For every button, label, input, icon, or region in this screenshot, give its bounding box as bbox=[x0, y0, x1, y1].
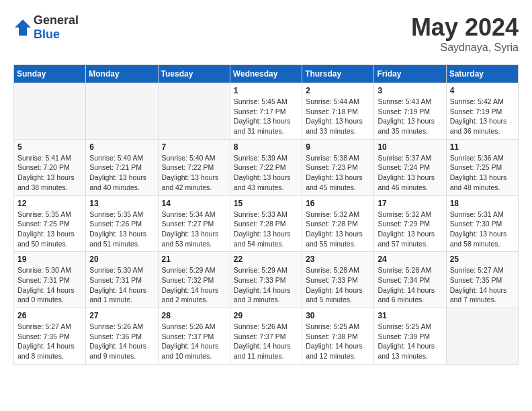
day-info: Sunrise: 5:27 AMSunset: 7:35 PMDaylight:… bbox=[17, 322, 82, 361]
calendar-day-cell: 30Sunrise: 5:25 AMSunset: 7:38 PMDayligh… bbox=[302, 308, 374, 365]
calendar-day-header: Monday bbox=[86, 65, 158, 83]
day-info: Sunrise: 5:31 AMSunset: 7:30 PMDaylight:… bbox=[450, 210, 515, 249]
calendar-week-row: 12Sunrise: 5:35 AMSunset: 7:25 PMDayligh… bbox=[14, 195, 519, 252]
day-info: Sunrise: 5:42 AMSunset: 7:19 PMDaylight:… bbox=[450, 97, 515, 136]
calendar-day-cell: 25Sunrise: 5:27 AMSunset: 7:35 PMDayligh… bbox=[446, 252, 518, 308]
calendar-day-cell: 5Sunrise: 5:41 AMSunset: 7:20 PMDaylight… bbox=[14, 139, 86, 195]
calendar-day-header: Thursday bbox=[302, 65, 374, 83]
day-number: 30 bbox=[306, 311, 370, 320]
day-number: 27 bbox=[89, 311, 154, 320]
calendar-day-cell bbox=[86, 83, 158, 140]
day-number: 12 bbox=[17, 199, 82, 208]
day-number: 23 bbox=[306, 255, 370, 264]
logo-general: General bbox=[34, 13, 79, 27]
day-info: Sunrise: 5:25 AMSunset: 7:39 PMDaylight:… bbox=[378, 322, 442, 361]
day-number: 10 bbox=[378, 142, 442, 152]
day-info: Sunrise: 5:32 AMSunset: 7:28 PMDaylight:… bbox=[306, 210, 370, 249]
day-info: Sunrise: 5:35 AMSunset: 7:26 PMDaylight:… bbox=[89, 210, 154, 249]
day-number: 7 bbox=[162, 142, 226, 152]
day-number: 19 bbox=[17, 255, 82, 264]
day-number: 25 bbox=[450, 255, 515, 264]
calendar-week-row: 26Sunrise: 5:27 AMSunset: 7:35 PMDayligh… bbox=[14, 308, 519, 365]
day-info: Sunrise: 5:40 AMSunset: 7:21 PMDaylight:… bbox=[89, 153, 154, 193]
day-info: Sunrise: 5:30 AMSunset: 7:31 PMDaylight:… bbox=[17, 265, 82, 305]
day-info: Sunrise: 5:28 AMSunset: 7:33 PMDaylight:… bbox=[306, 265, 370, 305]
day-number: 2 bbox=[306, 86, 370, 95]
calendar-day-header: Friday bbox=[374, 65, 446, 83]
calendar-day-cell: 20Sunrise: 5:30 AMSunset: 7:31 PMDayligh… bbox=[86, 252, 158, 308]
calendar-day-cell: 10Sunrise: 5:37 AMSunset: 7:24 PMDayligh… bbox=[374, 139, 446, 195]
day-info: Sunrise: 5:33 AMSunset: 7:28 PMDaylight:… bbox=[234, 210, 298, 249]
calendar-day-cell: 22Sunrise: 5:29 AMSunset: 7:33 PMDayligh… bbox=[230, 252, 302, 308]
day-info: Sunrise: 5:32 AMSunset: 7:29 PMDaylight:… bbox=[378, 210, 442, 249]
calendar-day-header: Tuesday bbox=[158, 65, 230, 83]
day-info: Sunrise: 5:38 AMSunset: 7:23 PMDaylight:… bbox=[306, 153, 370, 193]
day-info: Sunrise: 5:26 AMSunset: 7:36 PMDaylight:… bbox=[89, 322, 154, 361]
calendar-table: SundayMondayTuesdayWednesdayThursdayFrid… bbox=[13, 64, 519, 365]
calendar-day-cell: 16Sunrise: 5:32 AMSunset: 7:28 PMDayligh… bbox=[302, 195, 374, 252]
day-number: 20 bbox=[89, 255, 154, 264]
calendar-day-cell: 7Sunrise: 5:40 AMSunset: 7:22 PMDaylight… bbox=[158, 139, 230, 195]
calendar-day-cell bbox=[446, 308, 518, 365]
day-info: Sunrise: 5:44 AMSunset: 7:18 PMDaylight:… bbox=[306, 97, 370, 136]
calendar-day-cell: 31Sunrise: 5:25 AMSunset: 7:39 PMDayligh… bbox=[374, 308, 446, 365]
day-number: 22 bbox=[234, 255, 298, 264]
calendar-day-cell: 11Sunrise: 5:36 AMSunset: 7:25 PMDayligh… bbox=[446, 139, 518, 195]
calendar-day-cell: 9Sunrise: 5:38 AMSunset: 7:23 PMDaylight… bbox=[302, 139, 374, 195]
calendar-week-row: 19Sunrise: 5:30 AMSunset: 7:31 PMDayligh… bbox=[14, 252, 519, 308]
title-block: May 2024 Saydnaya, Syria bbox=[411, 13, 519, 54]
day-info: Sunrise: 5:43 AMSunset: 7:19 PMDaylight:… bbox=[378, 97, 442, 136]
day-info: Sunrise: 5:36 AMSunset: 7:25 PMDaylight:… bbox=[450, 153, 515, 193]
calendar-day-cell: 14Sunrise: 5:34 AMSunset: 7:27 PMDayligh… bbox=[158, 195, 230, 252]
day-number: 16 bbox=[306, 199, 370, 208]
day-info: Sunrise: 5:29 AMSunset: 7:33 PMDaylight:… bbox=[234, 265, 298, 305]
calendar-day-cell: 6Sunrise: 5:40 AMSunset: 7:21 PMDaylight… bbox=[86, 139, 158, 195]
day-number: 9 bbox=[306, 142, 370, 152]
day-number: 4 bbox=[450, 86, 515, 95]
day-info: Sunrise: 5:27 AMSunset: 7:35 PMDaylight:… bbox=[450, 265, 515, 305]
day-number: 6 bbox=[89, 142, 154, 152]
calendar-day-cell: 12Sunrise: 5:35 AMSunset: 7:25 PMDayligh… bbox=[14, 195, 86, 252]
day-number: 14 bbox=[162, 199, 226, 208]
day-number: 1 bbox=[234, 86, 298, 95]
calendar-week-row: 1Sunrise: 5:45 AMSunset: 7:17 PMDaylight… bbox=[14, 83, 519, 140]
day-number: 5 bbox=[17, 142, 82, 152]
day-info: Sunrise: 5:45 AMSunset: 7:17 PMDaylight:… bbox=[234, 97, 298, 136]
calendar-day-cell: 4Sunrise: 5:42 AMSunset: 7:19 PMDaylight… bbox=[446, 83, 518, 140]
calendar-day-cell: 8Sunrise: 5:39 AMSunset: 7:22 PMDaylight… bbox=[230, 139, 302, 195]
logo-blue: Blue bbox=[34, 28, 60, 41]
day-number: 17 bbox=[378, 199, 442, 208]
day-info: Sunrise: 5:30 AMSunset: 7:31 PMDaylight:… bbox=[89, 265, 154, 305]
day-number: 15 bbox=[234, 199, 298, 208]
calendar-day-cell: 23Sunrise: 5:28 AMSunset: 7:33 PMDayligh… bbox=[302, 252, 374, 308]
calendar-day-cell: 13Sunrise: 5:35 AMSunset: 7:26 PMDayligh… bbox=[86, 195, 158, 252]
calendar-day-cell: 18Sunrise: 5:31 AMSunset: 7:30 PMDayligh… bbox=[446, 195, 518, 252]
calendar-header-row: SundayMondayTuesdayWednesdayThursdayFrid… bbox=[14, 65, 519, 83]
day-info: Sunrise: 5:39 AMSunset: 7:22 PMDaylight:… bbox=[234, 153, 298, 193]
calendar-day-cell: 26Sunrise: 5:27 AMSunset: 7:35 PMDayligh… bbox=[14, 308, 86, 365]
logo-icon bbox=[13, 18, 32, 37]
calendar-day-cell bbox=[14, 83, 86, 140]
day-number: 3 bbox=[378, 86, 442, 95]
day-info: Sunrise: 5:35 AMSunset: 7:25 PMDaylight:… bbox=[17, 210, 82, 249]
day-number: 31 bbox=[378, 311, 442, 320]
day-number: 13 bbox=[89, 199, 154, 208]
day-info: Sunrise: 5:37 AMSunset: 7:24 PMDaylight:… bbox=[378, 153, 442, 193]
calendar-day-header: Saturday bbox=[446, 65, 518, 83]
calendar-day-cell: 21Sunrise: 5:29 AMSunset: 7:32 PMDayligh… bbox=[158, 252, 230, 308]
day-info: Sunrise: 5:41 AMSunset: 7:20 PMDaylight:… bbox=[17, 153, 82, 193]
day-number: 11 bbox=[450, 142, 515, 152]
calendar-day-cell: 19Sunrise: 5:30 AMSunset: 7:31 PMDayligh… bbox=[14, 252, 86, 308]
calendar-title: May 2024 bbox=[411, 13, 519, 42]
calendar-week-row: 5Sunrise: 5:41 AMSunset: 7:20 PMDaylight… bbox=[14, 139, 519, 195]
calendar-day-cell: 28Sunrise: 5:26 AMSunset: 7:37 PMDayligh… bbox=[158, 308, 230, 365]
day-info: Sunrise: 5:29 AMSunset: 7:32 PMDaylight:… bbox=[162, 265, 226, 305]
day-info: Sunrise: 5:25 AMSunset: 7:38 PMDaylight:… bbox=[306, 322, 370, 361]
calendar-day-cell: 17Sunrise: 5:32 AMSunset: 7:29 PMDayligh… bbox=[374, 195, 446, 252]
day-number: 8 bbox=[234, 142, 298, 152]
day-number: 28 bbox=[162, 311, 226, 320]
calendar-day-cell: 29Sunrise: 5:26 AMSunset: 7:37 PMDayligh… bbox=[230, 308, 302, 365]
calendar-day-cell: 27Sunrise: 5:26 AMSunset: 7:36 PMDayligh… bbox=[86, 308, 158, 365]
day-number: 26 bbox=[17, 311, 82, 320]
day-number: 29 bbox=[234, 311, 298, 320]
